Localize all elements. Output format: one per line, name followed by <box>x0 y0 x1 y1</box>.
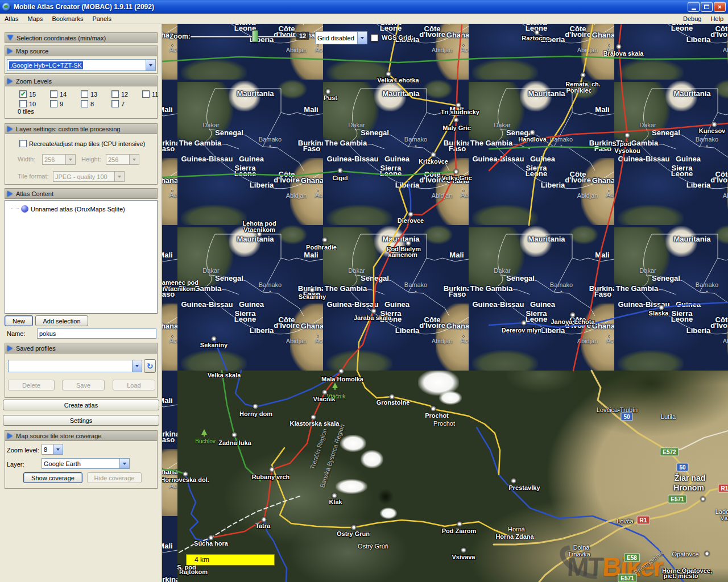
load-profile-button[interactable]: Load <box>113 380 155 390</box>
atlas-name-input[interactable] <box>37 329 156 339</box>
atlas-item-label: Unnamed atlas (OruxMaps Sqlite) <box>31 206 125 213</box>
restore-button[interactable] <box>701 2 713 12</box>
trail-waypoint-dot <box>454 118 459 123</box>
road-badge: 50 <box>621 413 632 421</box>
minimize-button[interactable] <box>688 2 700 12</box>
trail-waypoint-dot <box>351 525 357 530</box>
coverage-layer-select[interactable]: Google Earth <box>42 458 130 469</box>
map-viewport[interactable]: Zoom: 12 Grid disabled WGS Grid: 4 km MT… <box>162 24 728 582</box>
map-source-header[interactable]: Map source <box>5 45 158 56</box>
menu-panels[interactable]: Panels <box>88 14 116 23</box>
section-saved-profiles: Saved profiles ↻ Delete Save Load <box>5 343 158 398</box>
settings-button[interactable]: Settings <box>3 415 159 426</box>
map-label: Dierovce <box>398 217 424 224</box>
height-value: 256 <box>106 156 118 163</box>
trail-waypoint-dot <box>212 336 217 342</box>
map-label: Velka Lehotka <box>377 77 419 84</box>
map-label: Velka skala <box>208 372 241 379</box>
menu-help[interactable]: Help <box>706 14 728 23</box>
save-profile-button[interactable]: Save <box>62 380 105 390</box>
map-label: Vtáčnik <box>327 393 346 400</box>
name-label: Name: <box>7 330 25 337</box>
section-selection-coordinates[interactable]: Selection coordinates (min/max) <box>5 32 158 43</box>
window-title: Mobile Atlas Creator (MOBAC) 1.9.11 (209… <box>14 3 154 11</box>
zoom-level-label: 13 <box>90 91 97 98</box>
map-label: Jaraba skala <box>354 314 391 321</box>
hide-coverage-button[interactable]: Hide coverage <box>87 472 142 483</box>
map-label: Vtacnikom <box>243 226 275 233</box>
trail-waypoint-dot <box>522 321 527 326</box>
menu-maps[interactable]: Maps <box>23 14 47 23</box>
map-label: Žiar nad <box>675 473 705 483</box>
new-button[interactable]: New <box>5 315 33 326</box>
left-panel: Selection coordinates (min/max) Map sour… <box>0 24 162 582</box>
trail-waypoint-dot <box>310 288 315 293</box>
map-label: Prochot <box>425 412 449 419</box>
collapse-arrow-icon <box>7 35 13 40</box>
zoom-level-checkbox-7[interactable] <box>111 100 119 107</box>
menu-debug[interactable]: Debug <box>679 14 706 23</box>
chevron-down-icon[interactable] <box>132 360 142 372</box>
saved-profiles-header[interactable]: Saved profiles <box>5 343 158 354</box>
map-source-select[interactable]: .Google Hyb+LC+TZT-SK <box>7 59 156 71</box>
chevron-down-icon[interactable] <box>119 459 129 468</box>
map-label: Pust <box>324 94 337 101</box>
wgs-grid-checkbox[interactable] <box>371 34 378 41</box>
recreate-tiles-checkbox[interactable] <box>19 140 27 147</box>
map-label: Rajtokom <box>179 568 208 575</box>
zoom-level-checkbox-13[interactable] <box>81 90 88 98</box>
atlas-tree-item[interactable]: Unnamed atlas (OruxMaps Sqlite) <box>11 205 125 213</box>
tile-format-select: JPEG - quality 100 <box>53 171 125 182</box>
map-label: Tri studnicky <box>441 109 479 115</box>
trail-waypoint-dot <box>431 152 436 157</box>
zoom-level-checkbox-9[interactable] <box>50 100 57 107</box>
coverage-zoom-select[interactable]: 8 <box>42 444 63 455</box>
zoom-level-checkbox-15[interactable]: ✔ <box>19 90 27 98</box>
close-button[interactable]: × <box>714 2 726 12</box>
add-selection-button[interactable]: Add selection <box>35 315 88 326</box>
zoom-levels-header[interactable]: Zoom Levels <box>5 76 158 86</box>
chevron-down-icon[interactable] <box>53 444 63 454</box>
coverage-header[interactable]: Map source tile store coverage <box>5 430 158 441</box>
map-label: Vieska <box>721 514 728 521</box>
road-badge: E572 <box>660 448 679 456</box>
layer-settings-header[interactable]: Layer settings: custom tile processing <box>5 123 158 134</box>
map-label: Trnávka <box>568 551 590 558</box>
zoom-level-label: 15 <box>29 91 36 98</box>
show-coverage-button[interactable]: Show coverage <box>23 472 82 483</box>
profile-select[interactable] <box>8 360 142 372</box>
trail-waypoint-dot <box>253 404 258 409</box>
zoom-level-checkbox-12[interactable] <box>111 90 119 98</box>
zoom-level-checkbox-14[interactable] <box>50 90 57 98</box>
zoom-level-checkbox-11[interactable] <box>142 90 150 98</box>
chevron-down-icon[interactable] <box>357 32 367 44</box>
atlas-content-tree[interactable]: Unnamed atlas (OruxMaps Sqlite) <box>5 200 158 314</box>
trail-waypoint-dot <box>705 551 710 556</box>
zoom-value-badge: 12 <box>296 32 309 40</box>
coverage-layer-label: Layer: <box>7 461 24 468</box>
menu-atlas[interactable]: Atlas <box>0 14 23 23</box>
chevron-down-icon <box>114 172 124 181</box>
map-label: Kunesov <box>699 127 725 134</box>
chevron-down-icon[interactable] <box>146 60 155 70</box>
zoom-level-checkbox-10[interactable] <box>19 100 27 107</box>
refresh-profiles-button[interactable]: ↻ <box>144 359 156 373</box>
map-label: Rubany vrch <box>252 473 290 480</box>
map-label: Raztocno <box>522 35 550 41</box>
grid-select[interactable]: Grid disabled <box>315 31 367 44</box>
menu-bookmarks[interactable]: Bookmarks <box>47 14 88 23</box>
map-label: Sucha hora <box>194 540 228 547</box>
zoom-level-label: 10 <box>29 101 36 107</box>
app-globe-icon <box>2 3 11 11</box>
map-label: Horna Zdana <box>495 533 533 540</box>
zoom-slider-thumb[interactable] <box>252 30 258 42</box>
zoom-level-checkbox-8[interactable] <box>81 100 88 107</box>
expand-arrow-icon <box>7 126 13 132</box>
create-atlas-button[interactable]: Create atlas <box>3 400 159 410</box>
section-atlas-content[interactable]: Atlas Content <box>5 188 158 199</box>
map-label: Maly Gric <box>442 124 471 131</box>
map-label: Zadna luka <box>218 439 251 446</box>
delete-profile-button[interactable]: Delete <box>8 380 55 390</box>
zoom-slider-track[interactable] <box>191 36 296 38</box>
section-title: Map source tile store coverage <box>16 433 101 439</box>
